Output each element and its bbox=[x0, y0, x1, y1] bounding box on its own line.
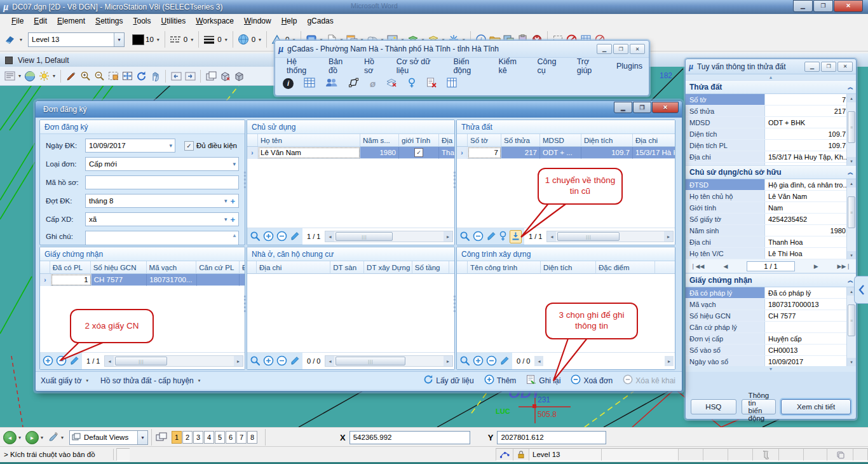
scrollbar-thumb[interactable]: ||| bbox=[557, 232, 620, 241]
vertical-scrollbar[interactable]: ▴≡▾ bbox=[846, 94, 856, 165]
gcadas-menu-plugins[interactable]: Plugins bbox=[610, 62, 649, 71]
cell-so-hieu-gcn[interactable]: CH 7577 bbox=[92, 274, 147, 286]
add-row-icon[interactable] bbox=[43, 355, 53, 367]
view-toggle-5[interactable]: 5 bbox=[215, 431, 225, 444]
menu-element[interactable]: Element bbox=[52, 15, 90, 28]
col-can-cu-pl[interactable]: Căn cứ PL bbox=[196, 261, 240, 274]
property-row[interactable]: Diện tích PL109.7 bbox=[686, 140, 856, 151]
polygon-tool-icon[interactable] bbox=[348, 78, 360, 90]
chevron-down-icon[interactable]: ▾ bbox=[230, 161, 238, 167]
first-page-icon[interactable]: ❘◀◀ bbox=[691, 263, 704, 270]
lay-du-lieu-button[interactable]: Lấy dữ liệu bbox=[423, 374, 473, 386]
scroll-left-icon[interactable]: ◂ bbox=[325, 356, 334, 366]
search-icon[interactable] bbox=[459, 355, 470, 367]
identify-parcel-icon[interactable] bbox=[407, 78, 416, 90]
query-gcn-header[interactable]: Giấy chứng nhận ︽ bbox=[686, 273, 856, 287]
search-icon[interactable] bbox=[250, 231, 261, 243]
cell-nam-sinh[interactable]: 1980 bbox=[360, 147, 399, 159]
scroll-up-icon[interactable]: ▴ bbox=[847, 94, 856, 102]
ngay-dk-field[interactable]: 10/09/2017 ▾ bbox=[85, 139, 175, 153]
cap-xd-field[interactable]: xã ▾ + bbox=[85, 212, 239, 226]
cell-dia-chi[interactable]: Thanh Hoa bbox=[439, 147, 454, 159]
add-dot-dk-icon[interactable]: + bbox=[229, 196, 238, 206]
gcadas-menu-ho-so[interactable]: Hồ sơ bbox=[358, 57, 390, 75]
remove-row-icon[interactable] bbox=[486, 355, 497, 367]
scroll-left-icon[interactable]: ◂ bbox=[105, 356, 114, 366]
last-page-icon[interactable]: ▶▶❘ bbox=[837, 263, 851, 270]
property-row[interactable]: Ngày vào sổ10/09/2017 bbox=[686, 356, 856, 366]
remove-layers-icon[interactable] bbox=[386, 78, 397, 89]
chevron-down-icon[interactable]: ▾ bbox=[222, 198, 230, 204]
property-row[interactable]: Số tờ7 bbox=[686, 94, 856, 106]
maximize-button[interactable]: ❐ bbox=[813, 0, 833, 12]
scrollbar-thumb[interactable]: ≡ bbox=[848, 304, 855, 336]
dgn-cache-icon[interactable] bbox=[827, 448, 853, 461]
menu-gcadas[interactable]: gCadas bbox=[302, 15, 338, 28]
forward-dropdown-arrow[interactable]: ▾ bbox=[41, 435, 43, 440]
zoom-out-icon[interactable] bbox=[93, 70, 105, 83]
forward-button[interactable]: ▸ bbox=[25, 431, 39, 444]
property-row[interactable]: Số giấy tờ4254235452 bbox=[686, 214, 856, 225]
remove-row-icon[interactable] bbox=[56, 355, 67, 367]
gcadas-menu-cong-cu[interactable]: Công cụ bbox=[531, 57, 570, 75]
col-so-to[interactable]: Số tờ bbox=[468, 134, 501, 147]
gcadas-menu-csdl[interactable]: Cơ sở dữ liệu bbox=[390, 57, 447, 75]
back-dropdown-arrow[interactable]: ▾ bbox=[18, 435, 21, 440]
add-row-icon[interactable] bbox=[263, 231, 274, 243]
splitter-handle[interactable] bbox=[244, 172, 248, 188]
col-dia-chi[interactable]: Địa chi bbox=[257, 261, 330, 274]
view-toggle-1[interactable]: 1 bbox=[172, 431, 182, 444]
horizontal-scrollbar[interactable]: ◂ ||| ▸ bbox=[546, 231, 674, 242]
horizontal-scrollbar[interactable]: ◂ ||| ▸ bbox=[104, 355, 243, 367]
view-next-icon[interactable] bbox=[184, 70, 196, 83]
ghi-chu-textarea[interactable]: ▲ ▼ bbox=[85, 231, 239, 245]
property-row[interactable]: Mã vạch1807317000013 bbox=[686, 299, 856, 310]
cell-mdsd[interactable]: ODT + ... bbox=[540, 147, 581, 159]
menu-file[interactable]: File bbox=[6, 15, 29, 28]
query-chu-header[interactable]: Chủ sử dụng/chủ sở hữu ︽ bbox=[686, 165, 856, 179]
cell-ho-ten[interactable]: Lê Văn Nam bbox=[258, 147, 360, 159]
line-style-icon[interactable] bbox=[168, 33, 182, 46]
clip-mask-icon[interactable] bbox=[233, 70, 245, 83]
query-maximize-button[interactable]: ❐ bbox=[821, 62, 836, 72]
du-dieu-kien-checkbox[interactable]: ✓ bbox=[184, 141, 194, 151]
xoa-ke-khai-button[interactable]: Xóa kê khai bbox=[623, 374, 675, 386]
property-row[interactable]: Căn cứ pháp lý bbox=[686, 322, 856, 333]
collapse-chevron-icon[interactable]: ︽ bbox=[848, 168, 852, 177]
scroll-up-icon[interactable]: ▲ bbox=[232, 233, 237, 238]
col-so-tang[interactable]: Số tầng bbox=[412, 261, 449, 274]
level-combo-arrow[interactable]: ▾ bbox=[114, 33, 124, 46]
view-toggle-8[interactable]: 8 bbox=[247, 431, 257, 444]
menu-edit[interactable]: Edit bbox=[29, 15, 52, 28]
scroll-right-icon[interactable]: ▸ bbox=[664, 231, 673, 242]
col-dia-chi[interactable]: Địa chi bbox=[439, 134, 454, 147]
fit-view-icon[interactable] bbox=[121, 70, 133, 83]
view-previous-icon[interactable] bbox=[170, 70, 182, 83]
dropdown-arrow[interactable]: ▾ bbox=[18, 73, 21, 79]
scroll-left-icon[interactable]: ◂ bbox=[325, 231, 334, 242]
scrollbar-thumb[interactable]: ≡ bbox=[848, 196, 855, 228]
parcel-table-icon[interactable] bbox=[304, 78, 315, 89]
property-row[interactable]: Giới tínhNam bbox=[686, 202, 856, 214]
y-coordinate-input[interactable]: 2027801.612 bbox=[497, 431, 606, 444]
property-row[interactable]: Số vào sổCH00013 bbox=[686, 345, 856, 356]
scroll-down-icon[interactable]: ▾ bbox=[847, 157, 856, 165]
col-ho-ten[interactable]: Họ tên bbox=[258, 134, 360, 147]
x-coordinate-input[interactable]: 542365.992 bbox=[349, 431, 470, 444]
data-table-icon[interactable] bbox=[447, 78, 457, 89]
cell-dien-tich[interactable]: 109.7 bbox=[581, 147, 633, 159]
property-row[interactable]: ĐTSDHộ gia đình, cá nhân tro... bbox=[686, 179, 856, 191]
scroll-right-icon[interactable]: ▸ bbox=[234, 356, 243, 366]
giay-chung-nhan-row[interactable]: › 1 CH 7577 180731700... bbox=[40, 274, 245, 286]
scroll-left-icon[interactable]: ◂ bbox=[534, 356, 543, 366]
col-dt-san[interactable]: DT sàn bbox=[330, 261, 364, 274]
display-style-icon[interactable] bbox=[24, 70, 36, 83]
col-dac-diem[interactable]: Đặc điểm bbox=[596, 261, 655, 274]
edit-row-icon[interactable] bbox=[486, 231, 496, 242]
gcadas-menu-tro-giup[interactable]: Trợ giúp bbox=[571, 57, 610, 75]
dialog-minimize-button[interactable]: ▁ bbox=[614, 102, 632, 113]
collapse-strip-top[interactable]: ▲ bbox=[686, 74, 856, 80]
update-view-icon[interactable] bbox=[65, 70, 78, 83]
view-toggle-4[interactable]: 4 bbox=[204, 431, 214, 444]
scrollbar-thumb[interactable]: ||| bbox=[115, 357, 167, 365]
